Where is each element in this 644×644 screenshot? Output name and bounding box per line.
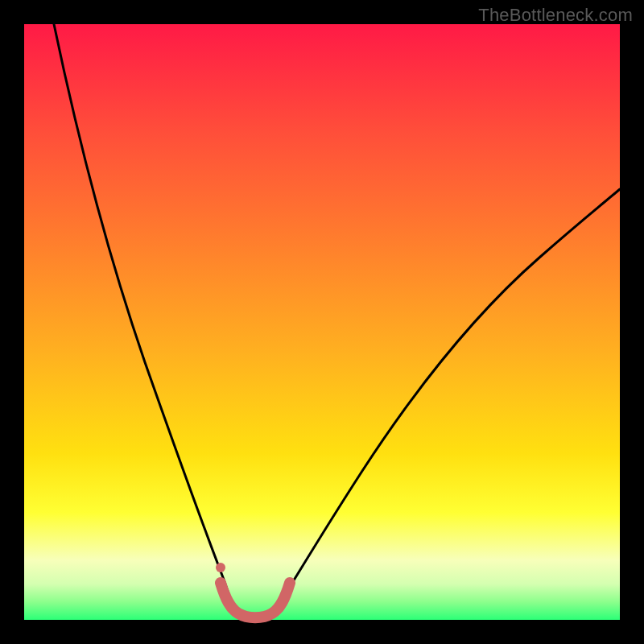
bottleneck-trough-highlight	[221, 583, 290, 617]
watermark-text: TheBottleneck.com	[478, 5, 633, 26]
bottleneck-trough-extra-dot	[216, 563, 225, 572]
bottleneck-curve-right	[275, 189, 620, 610]
bottleneck-curve-left	[54, 24, 235, 610]
chart-svg	[24, 24, 620, 620]
chart-frame: TheBottleneck.com	[0, 0, 644, 644]
plot-area	[24, 24, 620, 620]
